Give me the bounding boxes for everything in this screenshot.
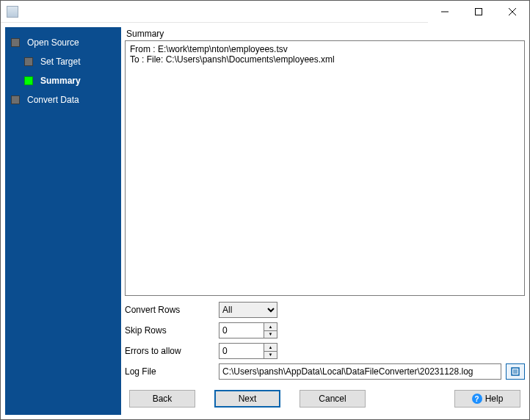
cancel-label: Cancel	[319, 394, 346, 404]
summary-title: Summary	[125, 27, 525, 40]
nav-label: Convert Data	[27, 95, 79, 105]
close-button[interactable]	[495, 1, 529, 23]
maximize-button[interactable]	[462, 1, 495, 23]
title-bar	[1, 1, 529, 23]
errors-spinner[interactable]: ▲ ▼	[219, 343, 277, 359]
spin-up-icon[interactable]: ▲	[264, 344, 277, 352]
log-file-label: Log File	[125, 366, 213, 377]
button-bar: Back Next Cancel ? Help	[125, 380, 525, 415]
summary-text[interactable]: From : E:\work\temp\nton\employees.tsv T…	[125, 40, 525, 296]
browse-icon	[510, 366, 520, 377]
spin-down-icon[interactable]: ▼	[264, 352, 277, 359]
help-button[interactable]: ? Help	[454, 390, 520, 408]
step-icon	[11, 95, 20, 104]
nav-item-set-target[interactable]: Set Target	[5, 52, 121, 71]
minimize-button[interactable]	[428, 1, 462, 23]
convert-rows-select[interactable]: All	[219, 302, 277, 318]
nav-item-summary[interactable]: Summary	[5, 71, 121, 90]
app-icon	[7, 6, 18, 18]
browse-log-button[interactable]	[506, 363, 525, 380]
next-button[interactable]: Next	[214, 390, 280, 408]
back-button[interactable]: Back	[129, 390, 195, 408]
help-icon: ?	[472, 394, 482, 404]
nav-item-convert-data[interactable]: Convert Data	[5, 90, 121, 109]
skip-rows-input[interactable]	[219, 323, 264, 338]
cancel-button[interactable]: Cancel	[300, 390, 366, 408]
step-icon	[24, 76, 33, 85]
options-grid: Convert Rows All Skip Rows ▲ ▼	[125, 296, 525, 380]
nav-label: Open Source	[27, 37, 79, 48]
skip-rows-spinner[interactable]: ▲ ▼	[219, 322, 277, 338]
svg-rect-1	[476, 8, 482, 15]
summary-from-line: From : E:\work\temp\nton\employees.tsv	[130, 44, 288, 54]
skip-rows-label: Skip Rows	[125, 325, 213, 336]
log-file-input[interactable]	[219, 363, 501, 380]
convert-rows-label: Convert Rows	[125, 305, 213, 315]
step-icon	[11, 38, 20, 47]
dialog-window: Open Source Set Target Summary Convert D…	[0, 0, 530, 420]
errors-label: Errors to allow	[125, 346, 213, 356]
client-area: Open Source Set Target Summary Convert D…	[1, 23, 529, 419]
next-label: Next	[239, 394, 257, 404]
nav-label: Summary	[40, 76, 81, 86]
back-label: Back	[153, 394, 173, 404]
errors-input[interactable]	[219, 344, 264, 358]
main-panel: Summary From : E:\work\temp\nton\employe…	[125, 27, 525, 415]
spin-down-icon[interactable]: ▼	[264, 331, 277, 338]
wizard-nav: Open Source Set Target Summary Convert D…	[5, 27, 121, 415]
help-label: Help	[485, 394, 504, 404]
spin-up-icon[interactable]: ▲	[264, 323, 277, 331]
step-icon	[24, 57, 33, 66]
summary-to-line: To : File: C:\Users\pansh\Documents\empl…	[130, 54, 335, 65]
nav-item-open-source[interactable]: Open Source	[5, 33, 121, 52]
nav-label: Set Target	[40, 57, 80, 67]
